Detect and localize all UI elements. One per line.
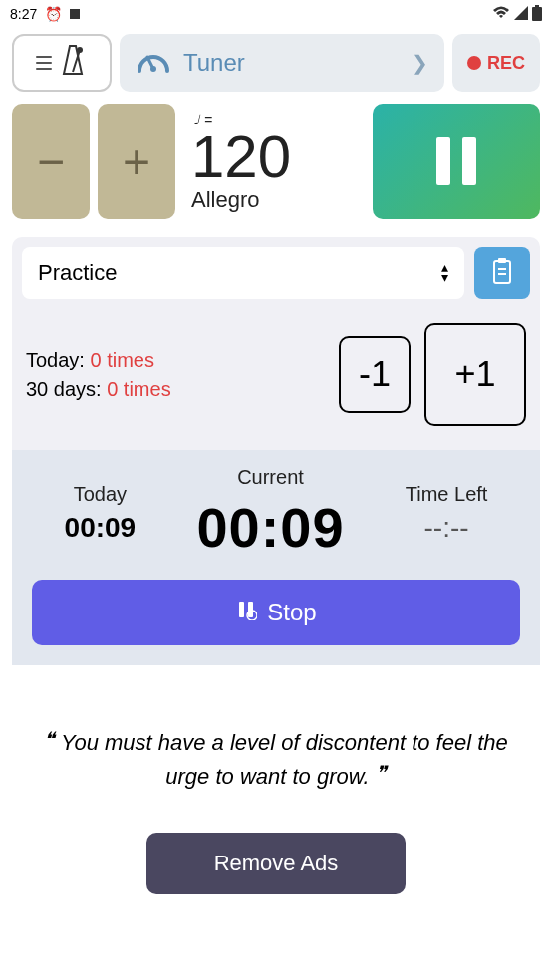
pause-button[interactable] — [373, 104, 540, 219]
quote-body: You must have a level of discontent to f… — [61, 730, 508, 789]
chevron-right-icon: ❯ — [412, 51, 428, 75]
bpm-value: 120 — [191, 127, 291, 187]
quote-text: ❝ You must have a level of discontent to… — [0, 675, 552, 833]
practice-label: Practice — [38, 260, 117, 286]
plus-icon: + — [123, 134, 150, 189]
tempo-minus-button[interactable]: − — [12, 104, 90, 219]
rec-button[interactable]: REC — [452, 34, 540, 92]
svg-rect-6 — [494, 261, 510, 283]
svg-point-5 — [150, 66, 156, 72]
current-time: 00:09 — [196, 495, 344, 560]
practice-card: Practice ▴▾ Today: 0 times 30 days: 0 ti… — [12, 237, 540, 665]
plus-one-label: +1 — [454, 354, 495, 395]
svg-rect-7 — [498, 258, 506, 263]
stop-label: Stop — [267, 599, 316, 626]
top-bar: Tuner ❯ REC — [0, 28, 552, 98]
minus-icon: − — [37, 134, 65, 189]
left-time: --:-- — [406, 512, 488, 544]
left-label: Time Left — [406, 483, 488, 506]
quote-close-icon: ❞ — [376, 762, 387, 784]
pause-icon — [436, 137, 476, 185]
hamburger-icon — [36, 56, 52, 70]
menu-button[interactable] — [12, 34, 112, 92]
decrement-button[interactable]: -1 — [339, 336, 411, 413]
svg-rect-1 — [535, 5, 539, 7]
tuner-label: Tuner — [183, 49, 245, 77]
notif-icon — [70, 9, 80, 19]
minus-one-label: -1 — [359, 354, 391, 395]
tuner-button[interactable]: Tuner ❯ — [120, 34, 444, 92]
remove-ads-label: Remove Ads — [214, 851, 339, 876]
today-label: Today: — [26, 349, 85, 370]
alarm-icon: ⏰ — [45, 6, 62, 22]
tempo-name: Allegro — [191, 187, 259, 213]
svg-point-3 — [77, 47, 83, 53]
stop-button[interactable]: Stop — [32, 580, 520, 645]
tempo-plus-button[interactable]: + — [98, 104, 175, 219]
wifi-icon — [492, 6, 510, 23]
record-icon — [467, 56, 481, 70]
tempo-section: − + ♩ = 120 Allegro — [0, 98, 552, 227]
gauge-icon — [136, 47, 171, 79]
status-time: 8:27 — [10, 6, 37, 22]
today-time: 00:09 — [65, 512, 137, 544]
increment-button[interactable]: +1 — [424, 323, 526, 426]
days-label: 30 days: — [26, 378, 102, 400]
pause-small-icon — [235, 599, 257, 626]
clipboard-button[interactable] — [474, 247, 530, 299]
current-label: Current — [196, 466, 344, 489]
timer-current: Current 00:09 — [196, 466, 344, 560]
quote-open-icon: ❝ — [44, 728, 55, 750]
status-bar: 8:27 ⏰ — [0, 0, 552, 28]
metronome-icon — [58, 44, 88, 82]
signal-icon — [514, 6, 528, 23]
rec-label: REC — [487, 53, 525, 74]
battery-icon — [532, 5, 542, 24]
timer-section: Today 00:09 Current 00:09 Time Left --:-… — [12, 450, 540, 665]
practice-stats: Today: 0 times 30 days: 0 times — [26, 345, 325, 404]
practice-select[interactable]: Practice ▴▾ — [22, 247, 464, 299]
today-label: Today — [65, 483, 137, 506]
days-value: 0 times — [107, 378, 170, 400]
bpm-display[interactable]: ♩ = 120 Allegro — [183, 104, 365, 221]
svg-rect-11 — [248, 602, 253, 617]
timer-left: Time Left --:-- — [406, 483, 488, 544]
today-value: 0 times — [91, 349, 154, 370]
remove-ads-button[interactable]: Remove Ads — [146, 833, 406, 894]
svg-rect-10 — [239, 602, 244, 617]
clipboard-icon — [490, 257, 514, 289]
dropdown-icon: ▴▾ — [441, 263, 448, 283]
timer-today: Today 00:09 — [65, 483, 137, 544]
svg-rect-0 — [532, 7, 542, 21]
